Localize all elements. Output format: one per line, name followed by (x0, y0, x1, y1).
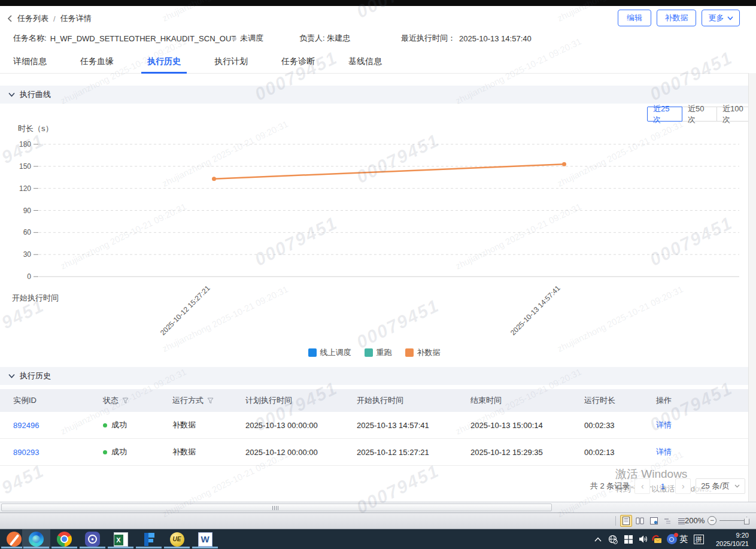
legend-item-online[interactable]: 线上调度 (308, 347, 351, 358)
next-page-button[interactable]: › (675, 478, 691, 494)
filter-icon[interactable] (207, 398, 214, 404)
zoom-out-button[interactable]: − (708, 516, 716, 525)
zoom-level-label[interactable]: 200% (685, 516, 705, 525)
globe-offline-icon (608, 535, 618, 544)
zoom-slider-track[interactable] (719, 520, 745, 521)
status-cell: 成功 (103, 420, 172, 430)
history-section-header[interactable]: 执行历史 (0, 367, 748, 385)
breadcrumb-back-link[interactable]: 任务列表 (17, 13, 48, 24)
chrome-browser-icon (57, 532, 72, 547)
current-page-button[interactable]: 1 (655, 478, 670, 494)
svg-text:120: 120 (19, 184, 31, 193)
svg-text:90: 90 (23, 207, 32, 215)
col-end-time: 结束时间 (470, 395, 584, 406)
tray-network-icon[interactable] (606, 529, 620, 549)
vertical-scrollbar[interactable] (748, 73, 756, 502)
instance-id-link[interactable]: 892496 (13, 421, 103, 430)
taskbar-word-icon[interactable]: W (191, 529, 219, 549)
tab-execution-plan[interactable]: 执行计划 (208, 55, 254, 73)
more-button-label: 更多 (709, 13, 724, 23)
svg-text:180: 180 (19, 140, 31, 148)
instance-id-link[interactable]: 890293 (13, 448, 103, 457)
curve-section-header[interactable]: 执行曲线 (0, 86, 748, 104)
collapse-chevron-icon (8, 374, 15, 378)
ime-english-label: 英 (679, 534, 688, 545)
chevron-left-icon[interactable] (7, 15, 13, 22)
edit-button[interactable]: 编辑 (618, 10, 651, 26)
outline-view-button[interactable] (661, 515, 673, 527)
detail-link[interactable]: 详情 (656, 420, 748, 430)
patch-data-button[interactable]: 补数据 (657, 10, 696, 26)
legend-swatch-rerun (365, 348, 373, 357)
collapse-chevron-icon (8, 92, 15, 97)
status-cell: 成功 (103, 447, 172, 457)
f-app-icon (142, 532, 156, 547)
tray-windows-icon[interactable] (621, 529, 636, 549)
breadcrumb-current: 任务详情 (60, 13, 92, 24)
tray-mail-icon[interactable] (649, 529, 665, 549)
taskbar-excel-icon[interactable]: X (107, 529, 135, 549)
tray-ime-pinyin[interactable]: 拼 (691, 529, 706, 549)
taskbar-chrome-icon[interactable] (50, 529, 78, 549)
caret-down-icon (734, 484, 740, 488)
chat-app-icon: ● (85, 532, 100, 547)
curve-section-title: 执行曲线 (20, 89, 51, 100)
col-start-time: 开始执行时间 (357, 395, 470, 406)
run-mode-cell: 补数据 (172, 447, 245, 457)
taskbar-edge-icon[interactable] (22, 529, 50, 549)
pagination: 共 2 条记录 ‹ 1 › 25 条/页 (0, 478, 745, 494)
planned-time-cell: 2025-10-12 00:00:00 (245, 448, 357, 457)
status-bar-separator (615, 516, 616, 526)
windows-logo-icon (624, 535, 633, 544)
col-run-mode: 运行方式 (172, 395, 245, 406)
more-button[interactable]: 更多 (702, 10, 740, 26)
task-name: 任务名称: H_WF_DWD_SETTLEOTHER_HKAUDIT_SCN_O… (13, 33, 236, 44)
end-time-cell: 2025-10-12 15:29:35 (470, 448, 584, 457)
svg-text:2025-10-12 15:27:21: 2025-10-12 15:27:21 (159, 284, 212, 337)
chevron-down-icon (727, 16, 733, 20)
col-status: 状态 (103, 395, 172, 406)
tab-detail-info[interactable]: 详细信息 (7, 55, 53, 73)
tab-task-diagnosis[interactable]: 任务诊断 (275, 55, 321, 73)
tray-ime-english[interactable]: 英 (676, 529, 691, 549)
web-layout-view-button[interactable] (648, 515, 660, 527)
clock-date: 2025/10/21 (716, 539, 749, 548)
detail-link[interactable]: 详情 (656, 447, 748, 457)
chart-legend: 线上调度 重跑 补数据 (0, 347, 748, 358)
word-icon: W (198, 532, 212, 547)
taskbar-ultraedit-icon[interactable]: UE (163, 529, 191, 549)
print-layout-view-button[interactable] (620, 515, 632, 527)
prev-page-button[interactable]: ‹ (634, 478, 650, 494)
table-row: 890293 成功 补数据 2025-10-12 00:00:00 2025-1… (0, 439, 748, 466)
horizontal-scrollbar[interactable] (0, 502, 756, 513)
col-run-mode-label: 运行方式 (172, 395, 204, 406)
legend-item-rerun[interactable]: 重跑 (365, 347, 392, 358)
tab-execution-history[interactable]: 执行历史 (141, 55, 187, 73)
zoom-slider-thumb[interactable] (744, 517, 749, 524)
filter-icon[interactable] (122, 398, 129, 404)
table-row: 892496 成功 补数据 2025-10-13 00:00:00 2025-1… (0, 412, 748, 439)
legend-swatch-patch (405, 348, 414, 357)
taskbar-chat-app-icon[interactable]: ● (78, 529, 107, 549)
svg-text:30: 30 (23, 250, 32, 259)
tray-chevron-up[interactable] (591, 529, 605, 549)
taskbar-f-app-icon[interactable] (135, 529, 163, 549)
x-axis-title: 开始执行时间 (12, 293, 59, 304)
schedule-status-label: 未调度 (240, 33, 263, 44)
tab-bar: 详细信息 任务血缘 执行历史 执行计划 任务诊断 基线信息 (0, 55, 756, 74)
tab-baseline-info[interactable]: 基线信息 (342, 55, 388, 73)
horizontal-scrollbar-thumb[interactable] (1, 503, 552, 511)
screen: 任务列表 / 任务详情 编辑 补数据 更多 任务名称: H_WF_DWD_SET… (0, 0, 756, 549)
speaker-icon (639, 535, 649, 544)
reading-view-button[interactable] (634, 515, 646, 527)
task-owner-label: 负责人: 朱建忠 (299, 33, 350, 44)
tray-clock[interactable]: 9:20 2025/10/21 (709, 529, 751, 549)
col-actions: 操作 (656, 395, 748, 406)
legend-item-patch[interactable]: 补数据 (405, 347, 441, 358)
execution-history-table: 实例ID 状态 运行方式 计划执行时间 开始执行时间 结束时间 运行时长 操作 … (0, 389, 748, 466)
duration-cell: 00:02:13 (584, 448, 656, 457)
tab-task-lineage[interactable]: 任务血缘 (74, 55, 120, 73)
page-size-select[interactable]: 25 条/页 (696, 478, 745, 494)
status-success-dot (103, 423, 107, 427)
range-25-button[interactable]: 近25次 (647, 107, 682, 122)
